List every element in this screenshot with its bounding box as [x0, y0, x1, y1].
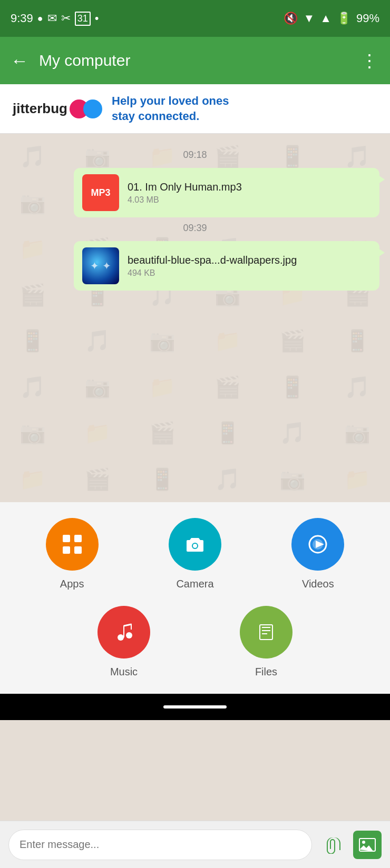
- share-row-2: Music Files: [11, 606, 379, 678]
- battery-percent: 99%: [356, 12, 379, 25]
- ad-logo-circles: [70, 99, 102, 118]
- battery-icon: 🔋: [337, 12, 351, 25]
- signal-icon: ●: [37, 13, 43, 24]
- status-left: 9:39 ● ✉ ✂ 31 •: [11, 12, 99, 26]
- svg-point-17: [362, 841, 365, 844]
- svg-rect-15: [262, 633, 267, 634]
- files-label: Files: [255, 666, 277, 678]
- chat-content: 09:18 MP3 01. Im Only Human.mp3 4.03 MB …: [0, 134, 390, 305]
- svg-rect-13: [262, 627, 270, 628]
- share-row-1: Apps Camera Videos: [11, 518, 379, 590]
- timestamp-1: 09:18: [11, 149, 379, 161]
- dot-icon: •: [95, 12, 99, 25]
- status-bar: 9:39 ● ✉ ✂ 31 • 🔇 ▼ ▲ 🔋 99%: [0, 0, 390, 37]
- thumb-inner: ✦ ✦: [82, 247, 119, 284]
- nav-pill: [163, 705, 227, 709]
- svg-point-5: [193, 544, 197, 548]
- ad-banner[interactable]: jitterbug Help your loved onesstay conne…: [0, 84, 390, 134]
- ad-logo-text: jitterbug: [13, 101, 67, 117]
- mp3-filename: 01. Im Only Human.mp3: [128, 181, 371, 193]
- app-bar: ← My computer ⋮: [0, 37, 390, 84]
- mp3-icon: MP3: [82, 174, 119, 211]
- apps-label: Apps: [60, 578, 84, 590]
- nav-bar: [0, 694, 390, 720]
- page-title: My computer: [39, 52, 130, 69]
- share-item-files[interactable]: Files: [240, 606, 292, 678]
- svg-point-10: [126, 632, 132, 638]
- svg-rect-2: [63, 546, 70, 554]
- attachment-button[interactable]: [319, 832, 346, 858]
- tools-icon: ✂: [61, 12, 71, 25]
- input-bar: [0, 821, 390, 868]
- email-icon: ✉: [47, 12, 57, 25]
- videos-label: Videos: [302, 578, 334, 590]
- image-filesize: 494 KB: [128, 268, 371, 278]
- message-mp3[interactable]: MP3 01. Im Only Human.mp3 4.03 MB: [74, 168, 379, 217]
- app-bar-left: ← My computer: [11, 51, 130, 71]
- svg-rect-3: [74, 546, 82, 554]
- ad-logo: jitterbug: [13, 99, 102, 118]
- svg-line-11: [124, 624, 131, 626]
- svg-rect-1: [74, 535, 82, 542]
- signal-bars-icon: ▲: [320, 12, 331, 25]
- share-item-apps[interactable]: Apps: [46, 518, 99, 590]
- mute-icon: 🔇: [284, 12, 298, 25]
- message-image[interactable]: ✦ ✦ beautiful-blue-spa...d-wallpapers.jp…: [74, 241, 379, 291]
- svg-point-9: [118, 634, 124, 641]
- apps-icon: [46, 518, 99, 571]
- wifi-icon: ▼: [303, 12, 315, 25]
- timestamp-2: 09:39: [11, 223, 379, 234]
- back-button[interactable]: ←: [11, 51, 28, 71]
- videos-icon: [291, 518, 344, 571]
- overflow-menu-button[interactable]: ⋮: [360, 50, 379, 71]
- svg-rect-0: [63, 535, 70, 542]
- mp3-filesize: 4.03 MB: [128, 195, 371, 205]
- status-time: 9:39: [11, 12, 33, 25]
- mp3-file-info: 01. Im Only Human.mp3 4.03 MB: [128, 181, 371, 205]
- camera-icon: [169, 518, 221, 571]
- share-panel: Apps Camera Videos: [0, 502, 390, 694]
- calendar-icon: 31: [75, 12, 91, 26]
- share-item-videos[interactable]: Videos: [291, 518, 344, 590]
- music-label: Music: [110, 666, 138, 678]
- share-item-camera[interactable]: Camera: [169, 518, 221, 590]
- music-icon: [97, 606, 150, 659]
- image-file-info: beautiful-blue-spa...d-wallpapers.jpg 49…: [128, 254, 371, 278]
- thumb-decoration: ✦ ✦: [90, 260, 111, 272]
- ad-text: Help your loved onesstay connected.: [112, 94, 229, 124]
- message-input[interactable]: [8, 830, 312, 860]
- svg-rect-14: [262, 630, 270, 631]
- status-right: 🔇 ▼ ▲ 🔋 99%: [284, 12, 379, 25]
- share-item-music[interactable]: Music: [97, 606, 150, 678]
- send-image-button[interactable]: [353, 831, 382, 859]
- image-thumbnail: ✦ ✦: [82, 247, 119, 284]
- files-icon: [240, 606, 292, 659]
- chat-area: 🎵📷📁🎬📱🎵 📷📁🎬📱🎵📷 📁🎬📱🎵📷📁 🎬📱🎵📷📁🎬 📱🎵📷📁🎬📱 🎵📷📁🎬📱…: [0, 134, 390, 502]
- image-filename: beautiful-blue-spa...d-wallpapers.jpg: [128, 254, 371, 266]
- camera-label: Camera: [176, 578, 213, 590]
- circle-blue: [83, 99, 102, 118]
